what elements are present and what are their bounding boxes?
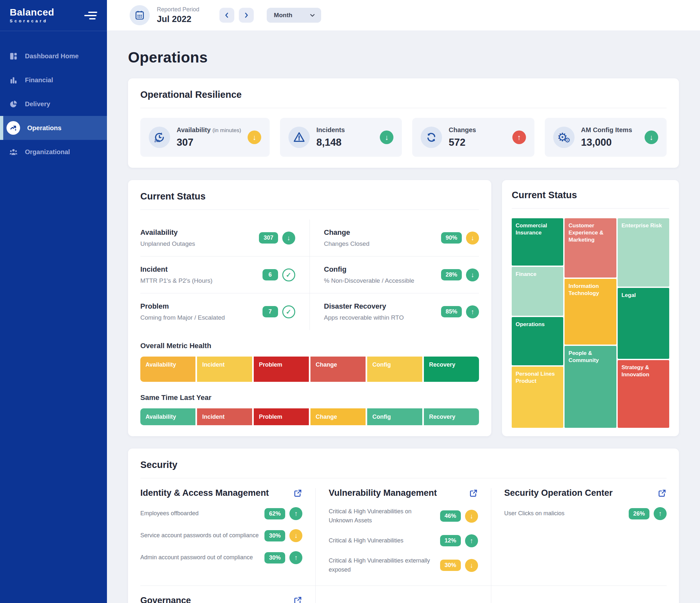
security-metric-row: Critical & High Vulnerabilities 12%↑ <box>329 534 478 547</box>
trend-up-icon: ↑ <box>466 306 479 318</box>
metric-label: Service account passwords out of complia… <box>140 531 260 540</box>
security-metric-row: Employees offboarded 62%↑ <box>140 507 302 520</box>
operational-resilience-card: Operational Resilience 24h Availability … <box>128 78 679 168</box>
kpi-value: 307 <box>177 137 241 148</box>
security-grid: Identity & Access Management Employees o… <box>140 488 667 603</box>
chevron-left-icon <box>223 12 230 19</box>
overall-metric-health-bar: Availability Incident Problem Change Con… <box>140 357 479 382</box>
svg-text:24h: 24h <box>154 139 160 143</box>
menu-icon[interactable] <box>84 12 97 20</box>
external-link-icon[interactable] <box>293 489 302 498</box>
trend-up-icon: ↑ <box>512 131 526 144</box>
sidebar-item-dashboard-home[interactable]: Dashboard Home <box>0 44 107 68</box>
metric-badge: 46% <box>440 510 461 522</box>
sidebar-item-financial[interactable]: Financial <box>0 68 107 92</box>
sidebar-item-label: Financial <box>25 76 53 84</box>
people-icon <box>9 148 18 156</box>
metric-badge: 90% <box>441 232 462 243</box>
check-circle-icon: ✓ <box>282 268 295 282</box>
history-clock-icon: 24h <box>149 127 170 148</box>
treemap-cell[interactable]: Finance <box>512 267 563 316</box>
metric-badge: 85% <box>441 306 462 317</box>
divider <box>140 478 667 478</box>
treemap-cell[interactable]: Information Technology <box>565 279 616 345</box>
metric-badge: 12% <box>440 535 461 546</box>
sidebar-item-operations[interactable]: Operations <box>0 116 107 140</box>
same-time-last-year-bar: Availability Incident Problem Change Con… <box>140 409 479 425</box>
period-granularity-value: Month <box>274 12 292 19</box>
metric-desc: % Non-Discoverable / Accessible <box>324 277 415 284</box>
reported-period-label: Reported Period <box>157 6 199 13</box>
trend-down-icon: ↓ <box>645 131 658 144</box>
treemap-cell[interactable]: Legal <box>618 288 669 359</box>
section-title: Vulnerability Management <box>329 488 437 498</box>
security-metric-row: Critical & High Vulnerabilities on Unkno… <box>329 507 478 525</box>
metric-disaster-recovery: Disaster RecoveryApps recoverable within… <box>310 293 479 330</box>
security-metric-row: User Clicks on malicios 26%↑ <box>504 507 667 520</box>
section-title: Identity & Access Management <box>140 488 269 498</box>
page-title: Operations <box>128 49 679 66</box>
metric-desc: MTTR P1's & P2's (Hours) <box>140 277 212 284</box>
kpi-card-incidents: Incidents 8,148 ↓ <box>280 118 402 157</box>
sidebar: Balanced Scorecard Dashboard Home Financ… <box>0 0 107 603</box>
trend-down-icon: ↓ <box>380 131 394 144</box>
same-time-last-year-label: Same Time Last Year <box>140 393 479 402</box>
bar-segment: Change <box>310 357 366 382</box>
bar-segment: Recovery <box>424 409 479 425</box>
metric-label: Critical & High Vulnerabilities <box>329 536 435 545</box>
kpi-label: Incidents <box>316 126 345 134</box>
sidebar-item-label: Delivery <box>25 100 50 108</box>
business-units-treemap: Commercial Insurance Finance Operations … <box>512 218 669 428</box>
metric-label: Critical & High Vulnerabilities on Unkno… <box>329 507 435 525</box>
bar-segment: Availability <box>140 357 195 382</box>
metrics-grid: AvailabilityUnplanned Outages 307↓ Chang… <box>140 219 479 330</box>
security-metric-row: Service account passwords out of complia… <box>140 529 302 542</box>
sidebar-header: Balanced Scorecard <box>0 0 107 31</box>
gears-icon: ⚙⚙ <box>553 127 575 148</box>
section-title: Governance <box>140 596 191 603</box>
card-title: Current Status <box>512 190 669 201</box>
governance-section: Governance Exceptions whole review 18%↑ <box>140 586 316 603</box>
current-status-treemap-card: Current Status Commercial Insurance Fina… <box>502 180 679 436</box>
metric-desc: Unplanned Outages <box>140 240 195 247</box>
treemap-cell[interactable]: Enterprise Risk <box>618 218 669 287</box>
treemap-cell[interactable]: Customer Experience & Marketing <box>565 218 616 278</box>
vulnerability-section: Vulnerability Management Critical & High… <box>316 488 491 585</box>
previous-period-button[interactable] <box>219 8 234 23</box>
trend-down-icon: ↓ <box>282 232 295 244</box>
sidebar-item-delivery[interactable]: Delivery <box>0 92 107 116</box>
treemap-cell[interactable]: People & Community <box>565 346 616 428</box>
trend-down-icon: ↓ <box>466 232 479 244</box>
trend-down-icon: ↓ <box>290 529 302 542</box>
metric-label: Admin account password out of compliance <box>140 553 260 562</box>
sidebar-item-label: Operations <box>27 124 61 132</box>
external-link-icon[interactable] <box>657 489 667 498</box>
calendar-icon <box>130 5 150 25</box>
bar-segment: Change <box>310 409 366 425</box>
kpi-label: AM Config Items <box>581 126 632 134</box>
treemap-cell[interactable]: Personal Lines Product <box>512 367 563 428</box>
bar-segment: Incident <box>197 357 252 382</box>
treemap-cell[interactable]: Strategy & Innovation <box>618 360 669 428</box>
bar-segment: Problem <box>254 357 309 382</box>
external-link-icon[interactable] <box>293 596 302 603</box>
bar-segment: Availability <box>140 409 195 425</box>
next-period-button[interactable] <box>239 8 254 23</box>
kpi-card-changes: Changes 572 ↑ <box>412 118 534 157</box>
metric-badge: 7 <box>262 306 278 317</box>
topbar: Reported Period Jul 2022 Month <box>107 0 700 30</box>
treemap-cell[interactable]: Commercial Insurance <box>512 218 563 266</box>
section-title: Security Operation Center <box>504 488 613 498</box>
external-link-icon[interactable] <box>469 489 478 498</box>
divider <box>140 210 479 210</box>
treemap-cell[interactable]: Operations <box>512 317 563 365</box>
pie-chart-icon <box>9 100 18 108</box>
chevron-down-icon <box>309 12 316 19</box>
metric-name: Change <box>324 228 370 237</box>
security-card: Security Identity & Access Management Em… <box>128 448 679 603</box>
divider <box>140 108 667 108</box>
period-granularity-select[interactable]: Month <box>267 8 321 23</box>
metric-badge: 30% <box>265 552 285 563</box>
kpi-card-am-config-items: ⚙⚙ AM Config Items 13,000 ↓ <box>545 118 667 157</box>
sidebar-item-organizational[interactable]: Organizational <box>0 140 107 164</box>
